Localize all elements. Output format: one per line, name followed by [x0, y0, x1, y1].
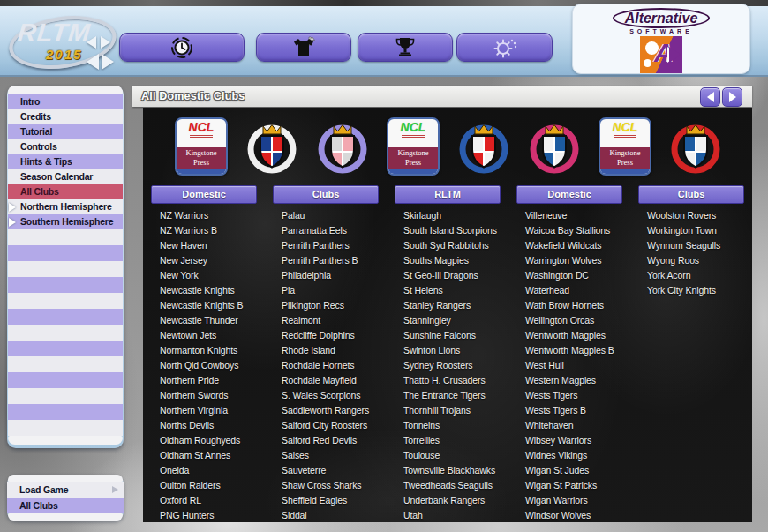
club-list-item[interactable]: Whitehaven — [508, 418, 630, 433]
club-list-item[interactable]: Widnes Vikings — [508, 448, 630, 463]
sidebar-item-intro[interactable]: Intro — [8, 94, 123, 109]
club-list-item[interactable]: Wellington Orcas — [508, 313, 630, 328]
toolbar-competitions-button[interactable] — [358, 33, 453, 62]
club-list-item[interactable]: Wigan St Judes — [508, 463, 630, 478]
club-crest-logo[interactable] — [244, 116, 300, 176]
club-list-item[interactable]: New York — [143, 268, 265, 283]
club-list-item[interactable]: NZ Warriors B — [143, 223, 265, 238]
club-list-item[interactable]: New Haven — [143, 238, 265, 253]
club-list-item[interactable]: Normanton Knights — [143, 343, 265, 358]
club-list-item[interactable]: Salford Red Devils — [265, 433, 387, 448]
club-list-item[interactable]: Tweedheads Seagulls — [387, 478, 508, 493]
club-list-item[interactable]: Sauveterre — [265, 463, 387, 478]
club-list-item[interactable]: Townsville Blackhawks — [387, 463, 508, 478]
sidebar-footer-all-clubs[interactable]: All Clubs — [7, 498, 124, 513]
league-logo-ncl[interactable]: NCLKingstonePress — [173, 116, 230, 176]
club-list-item[interactable]: Philadelphia — [265, 268, 387, 283]
club-list-item[interactable]: Oneida — [143, 463, 265, 478]
toolbar-teams-button[interactable] — [256, 33, 351, 62]
club-list-item[interactable]: Newcastle Knights B — [143, 298, 265, 313]
club-list-item[interactable]: Thatto H. Crusaders — [387, 373, 508, 388]
club-list-item[interactable]: Wyong Roos — [630, 253, 752, 268]
club-list-item[interactable]: Torreilles — [387, 433, 508, 448]
club-list-item[interactable]: Waterhead — [508, 283, 630, 298]
club-list-item[interactable]: New Jersey — [143, 253, 265, 268]
club-list-item[interactable]: Western Magpies — [508, 373, 630, 388]
club-list-item[interactable]: Northern Swords — [143, 388, 265, 403]
club-crest-logo[interactable] — [314, 116, 371, 176]
column-header-rltm[interactable]: RLTM — [395, 185, 501, 204]
club-list-item[interactable]: Wentworth Magpies — [508, 328, 630, 343]
club-list-item[interactable]: Norths Devils — [143, 418, 265, 433]
club-list-item[interactable]: York City Knights — [630, 283, 752, 298]
club-list-item[interactable]: Wests Tigers B — [508, 403, 630, 418]
club-list-item[interactable]: Swinton Lions — [387, 343, 508, 358]
club-list-item[interactable]: Thornhill Trojans — [387, 403, 508, 418]
club-list-item[interactable]: Wath Brow Hornets — [508, 298, 630, 313]
club-list-item[interactable]: Washington DC — [508, 268, 630, 283]
club-list-item[interactable]: Wibsey Warriors — [508, 433, 630, 448]
league-logo-ncl[interactable]: NCLKingstonePress — [385, 116, 441, 176]
club-list-item[interactable]: Wakefield Wildcats — [508, 238, 630, 253]
club-list-item[interactable]: Redcliffe Dolphins — [265, 328, 387, 343]
sidebar-item-season-calendar[interactable]: Season Calendar — [8, 169, 123, 184]
club-list-item[interactable]: Oulton Raiders — [143, 478, 265, 493]
club-list-item[interactable]: Sunshine Falcons — [387, 328, 508, 343]
club-list-item[interactable]: Newcastle Thunder — [143, 313, 265, 328]
sidebar-footer-load-game[interactable]: Load Game — [7, 482, 124, 498]
club-list-item[interactable]: Northern Pride — [143, 373, 265, 388]
club-list-item[interactable]: The Entrance Tigers — [387, 388, 508, 403]
club-list-item[interactable]: Souths Magpies — [387, 253, 508, 268]
club-list-item[interactable]: Parramatta Eels — [265, 223, 387, 238]
club-list-item[interactable]: Underbank Rangers — [387, 493, 508, 508]
club-list-item[interactable]: Rochdale Mayfield — [265, 373, 387, 388]
club-crest-logo[interactable] — [526, 116, 583, 176]
club-list-item[interactable]: Wentworth Magpies B — [508, 343, 630, 358]
club-list-item[interactable]: Wynnum Seagulls — [630, 238, 752, 253]
column-header-clubs[interactable]: Clubs — [638, 185, 744, 204]
club-list-item[interactable]: Salses — [265, 448, 387, 463]
sidebar-item-hints-tips[interactable]: Hints & Tips — [8, 154, 123, 169]
club-list-item[interactable]: Palau — [265, 208, 387, 223]
toolbar-settings-button[interactable] — [456, 33, 553, 62]
club-list-item[interactable]: Warrington Wolves — [508, 253, 630, 268]
club-list-item[interactable]: Woolston Rovers — [630, 208, 752, 223]
club-list-item[interactable]: Rochdale Hornets — [265, 358, 387, 373]
club-crest-logo[interactable] — [667, 116, 724, 176]
club-list-item[interactable]: Villeneuve — [508, 208, 630, 223]
club-list-item[interactable]: Penrith Panthers B — [265, 253, 387, 268]
column-header-domestic[interactable]: Domestic — [151, 185, 257, 204]
club-list-item[interactable]: St Geo-Ill Dragons — [387, 268, 508, 283]
sidebar-item-southern-hemisphere[interactable]: Southern Hemisphere — [8, 214, 123, 229]
column-header-clubs[interactable]: Clubs — [273, 185, 379, 204]
next-page-button[interactable] — [722, 87, 742, 107]
sidebar-item-northern-hemisphere[interactable]: Northern Hemisphere — [8, 199, 123, 214]
club-list-item[interactable]: Siddal — [265, 508, 387, 523]
club-list-item[interactable]: Realmont — [265, 313, 387, 328]
club-list-item[interactable]: Rhode Island — [265, 343, 387, 358]
club-list-item[interactable]: Oxford RL — [143, 493, 265, 508]
club-list-item[interactable]: Newtown Jets — [143, 328, 265, 343]
prev-page-button[interactable] — [700, 87, 720, 107]
club-list-item[interactable]: Wests Tigers — [508, 388, 630, 403]
club-list-item[interactable]: Sydney Roosters — [387, 358, 508, 373]
club-list-item[interactable]: Waicoa Bay Stallions — [508, 223, 630, 238]
club-list-item[interactable]: Workington Town — [630, 223, 752, 238]
club-list-item[interactable]: West Hull — [508, 358, 630, 373]
club-list-item[interactable]: Northern Virginia — [143, 403, 265, 418]
league-logo-ncl[interactable]: NCLKingstonePress — [597, 116, 653, 176]
club-list-item[interactable]: Shaw Cross Sharks — [265, 478, 387, 493]
club-list-item[interactable]: Newcastle Knights — [143, 283, 265, 298]
club-list-item[interactable]: Wigan St Patricks — [508, 478, 630, 493]
club-list-item[interactable]: Stanley Rangers — [387, 298, 508, 313]
club-list-item[interactable]: Saddleworth Rangers — [265, 403, 387, 418]
club-list-item[interactable]: York Acorn — [630, 268, 752, 283]
sidebar-item-tutorial[interactable]: Tutorial — [8, 124, 123, 139]
club-list-item[interactable]: North Qld Cowboys — [143, 358, 265, 373]
club-list-item[interactable]: Tonneins — [387, 418, 508, 433]
club-list-item[interactable]: NZ Warriors — [143, 208, 265, 223]
club-list-item[interactable]: Windsor Wolves — [508, 508, 630, 523]
club-list-item[interactable]: Wigan Warriors — [508, 493, 630, 508]
club-list-item[interactable]: Oldham St Annes — [143, 448, 265, 463]
club-list-item[interactable]: Salford City Roosters — [265, 418, 387, 433]
